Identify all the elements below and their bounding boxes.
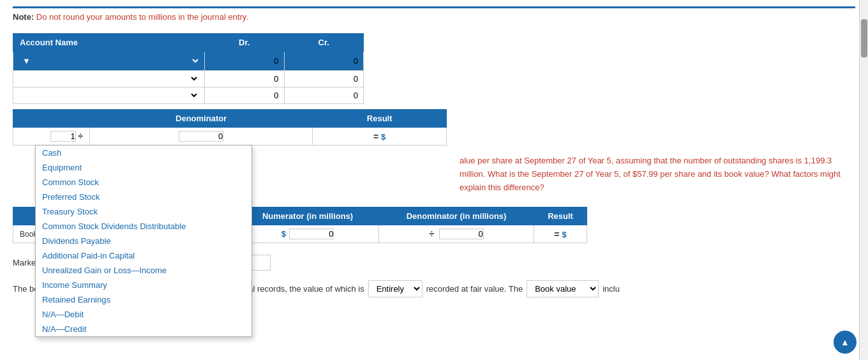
bottom-text-middle: recorded at fair value. The bbox=[426, 284, 523, 294]
calc-denominator-input[interactable] bbox=[179, 131, 223, 142]
dropdown-option-na-debit[interactable]: N/A—Debit bbox=[36, 307, 251, 322]
dropdown-option-common-stock[interactable]: Common Stock bbox=[36, 175, 251, 190]
journal-header-dr: Dr. bbox=[205, 34, 285, 52]
journal-header-account: Account Name bbox=[13, 34, 205, 52]
dropdown-option-common-stock-div[interactable]: Common Stock Dividends Distributable bbox=[36, 219, 251, 234]
bv-eq-operator: = bbox=[554, 229, 562, 239]
calc-header-denominator: Denominator bbox=[90, 110, 313, 128]
bv-header-result: Result bbox=[534, 207, 587, 225]
calc-header-result: Result bbox=[313, 110, 447, 128]
bv-result-dollar: $ bbox=[562, 230, 566, 239]
dr-input-3[interactable] bbox=[217, 91, 279, 100]
dropdown-option-preferred-stock[interactable]: Preferred Stock bbox=[36, 190, 251, 204]
bottom-text-after: inclu bbox=[602, 284, 620, 294]
bv-denominator-input[interactable] bbox=[439, 229, 484, 239]
cr-input-2[interactable] bbox=[296, 74, 358, 84]
scroll-to-top-button[interactable] bbox=[834, 331, 857, 354]
note-content: Do not round your amounts to millions in… bbox=[36, 12, 248, 22]
dropdown-option-income-summary[interactable]: Income Summary bbox=[36, 278, 251, 292]
account-select-1[interactable]: ▼ Cash Equipment Common Stock Preferred … bbox=[17, 54, 200, 68]
calc-section: Denominator Result ÷ bbox=[13, 109, 447, 146]
account-select-2[interactable]: CashEquipmentCommon Stock Preferred Stoc… bbox=[19, 73, 199, 84]
dropdown-option-treasury-stock[interactable]: Treasury Stock bbox=[36, 204, 251, 219]
calc-result-dollar: $ bbox=[381, 132, 385, 142]
dr-input-2[interactable] bbox=[217, 74, 279, 84]
dropdown-option-dividends-payable[interactable]: Dividends Payable bbox=[36, 234, 251, 248]
bv-num-dollar: $ bbox=[281, 229, 286, 239]
bv-numerator-input[interactable] bbox=[289, 229, 334, 239]
table-row[interactable]: CashEquipmentCommon Stock Preferred Stoc… bbox=[13, 87, 364, 104]
account-select-3[interactable]: CashEquipmentCommon Stock Preferred Stoc… bbox=[19, 90, 199, 101]
calc-eq-operator: = bbox=[373, 131, 381, 142]
dr-input-1[interactable] bbox=[217, 56, 279, 66]
calc-header-empty bbox=[13, 110, 90, 128]
bv-header-denominator: Denominator (in millions) bbox=[379, 207, 534, 225]
scrollbar-thumb[interactable] bbox=[861, 19, 867, 57]
calc-row: ÷ = $ bbox=[13, 128, 447, 146]
calc-div-operator: ÷ bbox=[78, 131, 83, 141]
table-row[interactable]: ▼ Cash Equipment Common Stock Preferred … bbox=[13, 52, 364, 71]
cr-input-3[interactable] bbox=[296, 91, 358, 100]
journal-header-cr: Cr. bbox=[284, 34, 364, 52]
scrollbar[interactable] bbox=[859, 0, 868, 360]
dropdown-option-retained-earnings[interactable]: Retained Earnings bbox=[36, 292, 251, 307]
book-value-dropdown[interactable]: Book value Market value bbox=[527, 280, 599, 297]
table-row[interactable]: CashEquipmentCommon Stock Preferred Stoc… bbox=[13, 71, 364, 87]
journal-table: Account Name Dr. Cr. ▼ Cash Equipment bbox=[13, 33, 364, 104]
description-text: alue per share at September 27 of Year 5… bbox=[460, 154, 855, 194]
dropdown-option-cash[interactable]: Cash bbox=[36, 146, 251, 160]
account-dropdown-overlay[interactable]: Cash Equipment Common Stock Preferred St… bbox=[35, 145, 252, 337]
dropdown-option-unrealized[interactable]: Unrealized Gain or Loss—Income bbox=[36, 263, 251, 278]
bv-header-numerator: Numerator (in millions) bbox=[237, 207, 379, 225]
bv-div-operator: ÷ bbox=[429, 229, 434, 239]
description-area: alue per share at September 27 of Year 5… bbox=[460, 33, 855, 200]
calc-table: Denominator Result ÷ bbox=[13, 109, 447, 146]
entirely-dropdown[interactable]: Entirely Partially Not bbox=[368, 280, 423, 297]
dropdown-option-na-credit[interactable]: N/A—Credit bbox=[36, 322, 251, 336]
note-bar: Note: Do not round your amounts to milli… bbox=[13, 6, 855, 22]
calc-numerator-input[interactable] bbox=[50, 131, 76, 142]
dropdown-option-equipment[interactable]: Equipment bbox=[36, 160, 251, 175]
cr-input-1[interactable] bbox=[296, 56, 358, 66]
note-label: Note: bbox=[13, 12, 34, 22]
dropdown-option-additional-paid[interactable]: Additional Paid-in Capital bbox=[36, 248, 251, 263]
